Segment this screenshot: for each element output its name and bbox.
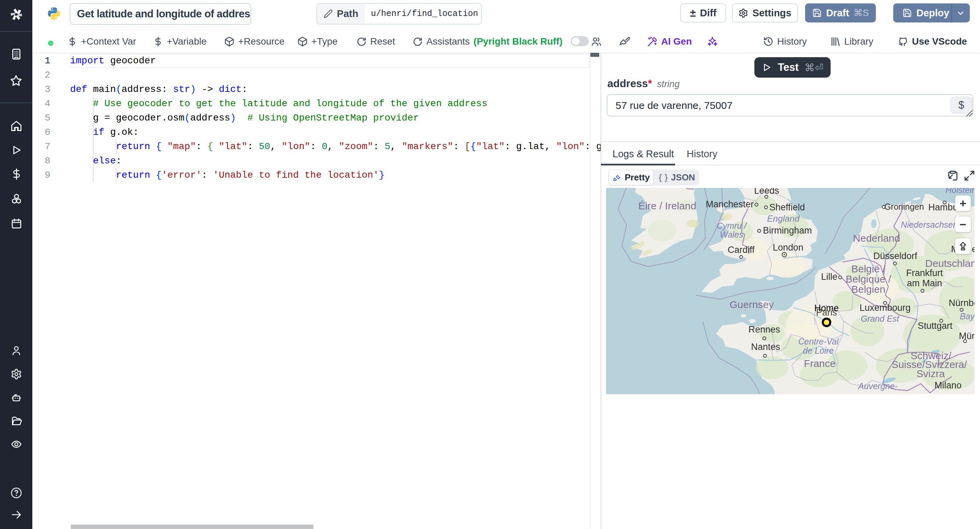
- svg-text:Guernsey: Guernsey: [730, 299, 774, 310]
- svg-text:Nantes: Nantes: [751, 342, 780, 352]
- svg-text:Luxembourg: Luxembourg: [859, 303, 911, 313]
- svg-text:Niedersachsen: Niedersachsen: [901, 220, 958, 229]
- svg-text:Wales: Wales: [720, 230, 743, 239]
- svg-text:Holstein: Holstein: [946, 188, 975, 195]
- svg-text:Cardiff: Cardiff: [727, 245, 755, 255]
- svg-text:Rennes: Rennes: [748, 324, 780, 335]
- svg-text:France: France: [804, 358, 835, 369]
- svg-text:Belgien: Belgien: [851, 284, 885, 295]
- svg-text:Sheffield: Sheffield: [769, 202, 805, 212]
- svg-text:Deutschlan: Deutschlan: [925, 258, 975, 269]
- svg-text:België /: België /: [851, 263, 886, 274]
- svg-text:Grand Est: Grand Est: [861, 314, 900, 323]
- svg-text:Nürnber: Nürnber: [949, 298, 975, 308]
- svg-text:Auvergne-: Auvergne-: [858, 381, 897, 391]
- svg-text:London: London: [773, 242, 803, 253]
- svg-text:England: England: [767, 214, 800, 224]
- svg-text:Frankfurt: Frankfurt: [906, 268, 943, 278]
- svg-text:Lille: Lille: [821, 272, 837, 282]
- svg-text:e: e: [972, 244, 975, 254]
- svg-text:Belgique /: Belgique /: [846, 273, 891, 285]
- svg-text:Nederland: Nederland: [853, 233, 900, 244]
- svg-text:Cymru /: Cymru /: [717, 221, 748, 231]
- svg-text:Groningen: Groningen: [885, 202, 924, 211]
- svg-text:Stuttgart: Stuttgart: [918, 321, 953, 331]
- svg-text:Düsseldorf: Düsseldorf: [873, 251, 917, 261]
- svg-text:Centre-Val: Centre-Val: [798, 337, 839, 346]
- svg-text:Manchester: Manchester: [706, 199, 754, 209]
- svg-text:Home: Home: [814, 303, 839, 313]
- svg-text:Birmingham: Birmingham: [763, 225, 812, 236]
- svg-text:Milano: Milano: [934, 380, 962, 390]
- svg-text:Müncl: Müncl: [959, 331, 975, 341]
- svg-text:Svizra: Svizra: [916, 368, 945, 379]
- svg-text:Éire / Ireland: Éire / Ireland: [638, 200, 696, 211]
- svg-text:Leeds: Leeds: [754, 188, 779, 196]
- svg-text:de Loire: de Loire: [803, 346, 834, 355]
- svg-text:am Main: am Main: [907, 278, 942, 288]
- svg-text:Hambu: Hambu: [928, 202, 958, 212]
- svg-text:Bay: Bay: [960, 311, 975, 321]
